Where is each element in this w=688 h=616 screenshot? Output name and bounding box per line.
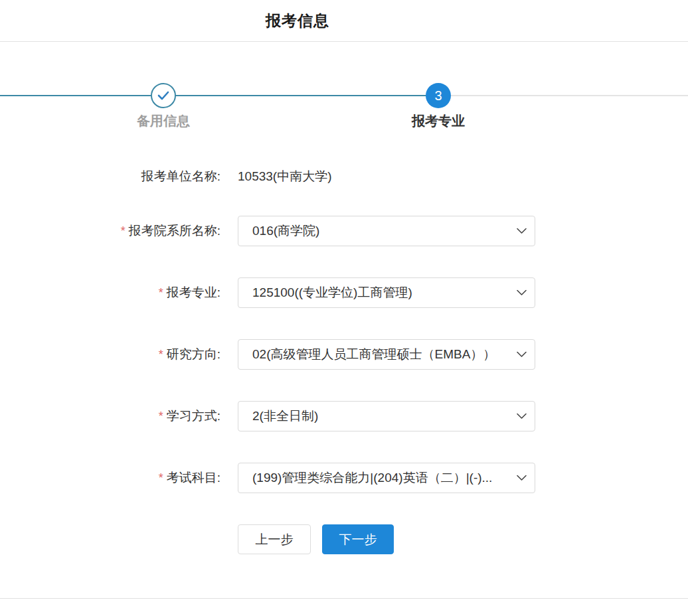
form-row-research-direction: *研究方向: 02(高级管理人员工商管理硕士（EMBA）） [0,339,688,370]
next-step-button[interactable]: 下一步 [322,524,394,554]
chevron-down-icon [517,414,527,420]
required-asterisk: * [159,471,163,485]
chevron-down-icon [517,228,527,234]
application-form: 报考单位名称: 10533(中南大学) *报考院系所名称: 016(商学院) *… [0,168,688,554]
exam-subjects-label: *考试科目: [0,469,220,487]
wizard-stepper: 3 备用信息 报考专业 [0,42,688,155]
department-label: *报考院系所名称: [0,222,220,240]
previous-step-button[interactable]: 上一步 [238,524,311,554]
form-row-study-mode: *学习方式: 2(非全日制) [0,401,688,431]
page-header: 报考信息 [0,0,688,42]
step-number: 3 [434,88,442,104]
chevron-down-icon [517,475,527,481]
bottom-divider [0,598,688,599]
form-actions: 上一步 下一步 [0,524,688,554]
major-select[interactable]: 125100((专业学位)工商管理) [238,277,535,308]
major-label: *报考专业: [0,284,220,301]
required-asterisk: * [159,410,163,423]
department-select[interactable]: 016(商学院) [238,216,535,246]
step-active-circle: 3 [426,83,451,108]
form-row-unit-name: 报考单位名称: 10533(中南大学) [0,168,688,185]
form-row-major: *报考专业: 125100((专业学位)工商管理) [0,277,688,308]
required-asterisk: * [159,348,163,361]
unit-name-label: 报考单位名称: [0,168,220,185]
step-completed-circle [151,83,176,108]
check-icon [157,91,169,100]
form-row-exam-subjects: *考试科目: (199)管理类综合能力|(204)英语（二）|(-)... [0,463,688,493]
form-row-department: *报考院系所名称: 016(商学院) [0,216,688,246]
step-label-backup-info: 备用信息 [97,112,230,130]
study-mode-select[interactable]: 2(非全日制) [238,401,535,431]
required-asterisk: * [121,224,126,238]
study-mode-label: *学习方式: [0,408,220,425]
unit-name-value: 10533(中南大学) [238,169,332,183]
research-direction-select[interactable]: 02(高级管理人员工商管理硕士（EMBA）） [238,339,535,370]
step-label-application-major: 报考专业 [372,112,505,130]
stepper-line-upcoming [449,95,688,96]
exam-subjects-select[interactable]: (199)管理类综合能力|(204)英语（二）|(-)... [238,463,535,493]
chevron-down-icon [517,290,527,296]
stepper-line-completed [0,95,449,96]
chevron-down-icon [517,352,527,358]
page-title: 报考信息 [266,12,329,29]
required-asterisk: * [159,286,163,299]
research-direction-label: *研究方向: [0,346,220,363]
